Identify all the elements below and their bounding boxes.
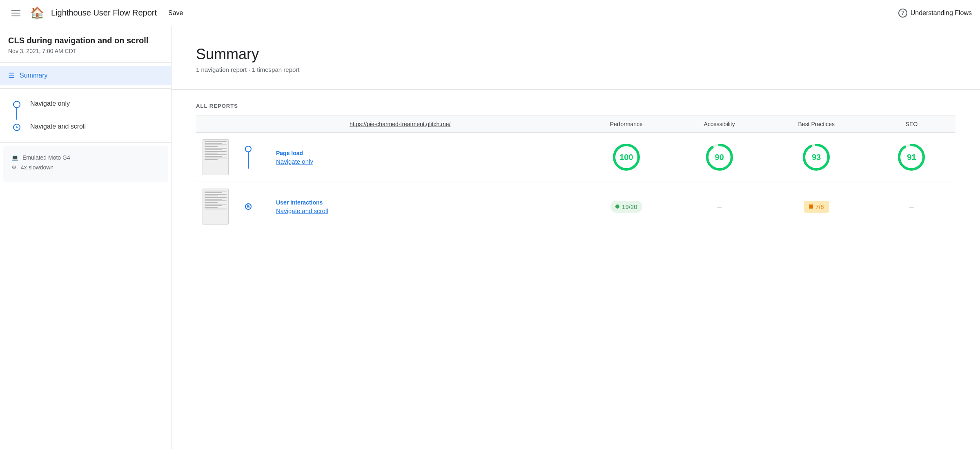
flow-item-navigate-only[interactable]: Navigate only <box>0 95 171 120</box>
score-seo-1: 91 <box>868 133 956 182</box>
col-accessibility: Accessibility <box>674 116 765 133</box>
sidebar-item-summary[interactable]: ☰ Summary <box>0 66 171 85</box>
list-icon: ☰ <box>8 71 15 80</box>
report-connector-2 <box>242 203 255 210</box>
understanding-flows-label: Understanding Flows <box>911 9 972 17</box>
slowdown-icon: ⚙ <box>11 164 17 171</box>
summary-section: Summary 1 navigation report · 1 timespan… <box>172 26 980 90</box>
orange-square <box>809 204 813 209</box>
project-date: Nov 3, 2021, 7:00 AM CDT <box>8 48 163 54</box>
content-area: Summary 1 navigation report · 1 timespan… <box>172 26 980 449</box>
flow-connector-2 <box>13 123 20 131</box>
score-bp-2: 7/8 <box>765 182 868 231</box>
score-text-90: 90 <box>715 153 724 162</box>
score-accessibility-2: – <box>674 182 765 231</box>
col-connector <box>235 116 261 133</box>
report-connector-1 <box>242 146 255 169</box>
connector-cell-1 <box>235 133 261 182</box>
col-performance: Performance <box>579 116 674 133</box>
col-best-practices: Best Practices <box>765 116 868 133</box>
report-info-cell-1: Page load Navigate only <box>261 133 343 182</box>
report-info-2: User interactions Navigate and scroll <box>268 199 336 214</box>
flow-dot-clock <box>13 124 20 131</box>
score-pill-19-20: 19/20 <box>610 201 642 213</box>
thumb-content <box>203 140 228 162</box>
thumbnail-2 <box>203 189 229 224</box>
slowdown-label: 4x slowdown <box>21 164 53 171</box>
report-type-1: Page load <box>276 150 336 156</box>
score-pill-label: 19/20 <box>622 203 637 210</box>
sidebar-project: CLS during navigation and on scroll Nov … <box>0 26 171 63</box>
flow-dot-circle <box>13 101 20 108</box>
device-icon: 💻 <box>11 154 18 161</box>
flow-line <box>16 108 18 120</box>
col-seo: SEO <box>868 116 956 133</box>
col-url: https://pie-charmed-treatment.glitch.me/ <box>343 116 579 133</box>
report-info-1: Page load Navigate only <box>268 150 336 165</box>
rc-clock <box>245 203 252 210</box>
report-type-2: User interactions <box>276 199 336 206</box>
sidebar-nav: ☰ Summary <box>0 63 171 89</box>
score-text-100: 100 <box>619 153 633 162</box>
green-dot <box>615 204 619 209</box>
device-label: Emulated Moto G4 <box>22 154 70 161</box>
sidebar: CLS during navigation and on scroll Nov … <box>0 26 172 449</box>
report-name-2[interactable]: Navigate and scroll <box>276 207 336 214</box>
score-text-91: 91 <box>907 153 916 162</box>
score-bp-1: 93 <box>765 133 868 182</box>
header: 🏠 Lighthouse User Flow Report Save ? Und… <box>0 0 980 26</box>
summary-heading: Summary <box>196 46 956 63</box>
project-title: CLS during navigation and on scroll <box>8 36 163 45</box>
reports-header-row: https://pie-charmed-treatment.glitch.me/… <box>196 116 956 133</box>
sidebar-flows: Navigate only Navigate and scroll <box>0 89 171 143</box>
dash-1: – <box>717 202 722 211</box>
all-reports-label: ALL REPORTS <box>196 103 956 109</box>
score-pill-7-8: 7/8 <box>804 201 829 213</box>
score-seo-2: – <box>868 182 956 231</box>
flow-connector-1 <box>13 100 20 120</box>
dash-2: – <box>909 202 914 211</box>
header-left: 🏠 Lighthouse User Flow Report Save <box>8 6 188 20</box>
thumbnail-cell-2 <box>196 182 235 231</box>
flow-label-navigate-scroll: Navigate and scroll <box>27 123 86 130</box>
report-name-1[interactable]: Navigate only <box>276 158 336 165</box>
thumbnail-cell-1 <box>196 133 235 182</box>
score-93: 93 <box>802 142 831 172</box>
url-spacer-1 <box>343 133 579 182</box>
report-row-navigate-only: Page load Navigate only <box>196 133 956 182</box>
score-circle-seo: 91 <box>874 142 949 172</box>
score-performance-1: 100 <box>579 133 674 182</box>
score-100: 100 <box>612 142 641 172</box>
score-91: 91 <box>897 142 926 172</box>
sidebar-device-info: 💻 Emulated Moto G4 ⚙ 4x slowdown <box>3 146 168 182</box>
flow-item-navigate-scroll[interactable]: Navigate and scroll <box>0 120 171 136</box>
header-title: Lighthouse User Flow Report <box>51 8 157 18</box>
understanding-flows-link[interactable]: ? Understanding Flows <box>898 9 972 18</box>
lighthouse-logo: 🏠 <box>30 6 45 20</box>
reports-table: https://pie-charmed-treatment.glitch.me/… <box>196 116 956 231</box>
score-90: 90 <box>705 142 734 172</box>
report-info-cell-2: User interactions Navigate and scroll <box>261 182 343 231</box>
score-performance-2: 19/20 <box>579 182 674 231</box>
thumbnail-1 <box>203 139 229 175</box>
info-slowdown-row: ⚙ 4x slowdown <box>11 164 160 171</box>
question-icon: ? <box>898 9 907 18</box>
clock-hands-icon <box>15 125 19 129</box>
col-thumbnail <box>196 116 235 133</box>
hamburger-menu[interactable] <box>8 7 24 20</box>
main-layout: CLS during navigation and on scroll Nov … <box>0 26 980 449</box>
score-pill-orange-label: 7/8 <box>815 203 824 210</box>
score-circle-bp: 93 <box>772 142 861 172</box>
rc-line <box>248 152 249 169</box>
score-accessibility-1: 90 <box>674 133 765 182</box>
summary-sub: 1 navigation report · 1 timespan report <box>196 66 956 73</box>
save-button[interactable]: Save <box>163 7 188 19</box>
thumb-content-2 <box>203 189 228 212</box>
score-text-93: 93 <box>812 153 821 162</box>
flow-label-navigate-only: Navigate only <box>27 100 70 107</box>
col-report-name <box>261 116 343 133</box>
score-circle-performance: 100 <box>586 142 667 172</box>
score-circle-accessibility: 90 <box>680 142 759 172</box>
summary-label: Summary <box>20 72 47 79</box>
all-reports-section: ALL REPORTS https://pie-charmed-treatmen… <box>172 90 980 244</box>
